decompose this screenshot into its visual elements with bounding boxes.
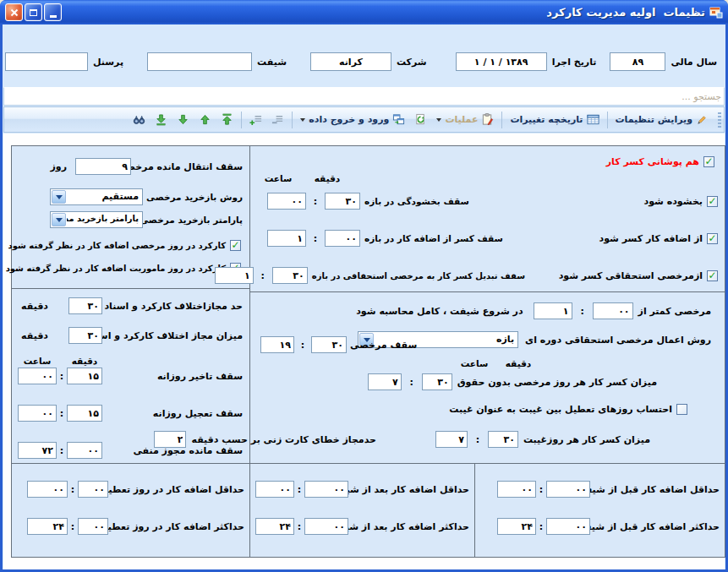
maximize-icon (30, 9, 37, 16)
refresh-button[interactable] (410, 110, 431, 130)
deduct-overtime-minute-input[interactable] (325, 230, 360, 247)
operations-button[interactable]: عملیات (432, 110, 498, 130)
absence-hour-input[interactable] (435, 431, 468, 448)
forgive-cap-label: سقف بخشودگی در بازه (364, 196, 469, 206)
max-overtime-holiday-hour-input[interactable] (27, 518, 68, 535)
run-date-input[interactable] (456, 52, 547, 71)
deduct-overtime-checkbox-label: از اضافه کار کسر شود (599, 233, 703, 244)
daily-delay-minute-input[interactable] (67, 368, 102, 384)
checkbox[interactable] (707, 270, 718, 281)
personnel-input[interactable] (5, 52, 88, 71)
checkbox[interactable] (230, 240, 241, 251)
shift-input[interactable] (147, 52, 252, 71)
min-overtime-holiday-hour-input[interactable] (27, 481, 68, 498)
max-overtime-before-minute-input[interactable] (546, 518, 590, 535)
deduct-overtime-cap-label: سقف کسر از اضافه کار در بازه (364, 233, 503, 243)
convert-deficit-label: سقف تبدیل کسر کار به مرخصی استحقاقی در ب… (312, 271, 525, 281)
min-overtime-after-minute-input[interactable] (304, 481, 348, 498)
import-export-button[interactable]: ورود و خروج داده (296, 110, 409, 130)
colon: : (536, 521, 546, 532)
minimize-button[interactable] (44, 3, 62, 21)
convert-deficit-minute-input[interactable] (272, 267, 308, 284)
arrow-down-last-icon (155, 113, 167, 126)
forgive-cap-hour-input[interactable] (267, 193, 306, 210)
deduct-overtime-hour-input[interactable] (267, 230, 306, 247)
search-input[interactable] (4, 89, 724, 104)
leave-cap-hour-input[interactable] (260, 336, 294, 353)
leave-cap-minute-input[interactable] (311, 336, 347, 353)
min-overtime-before-hour-input[interactable] (497, 481, 536, 498)
absence-minute-input[interactable] (488, 431, 518, 448)
transfer-cap-input[interactable] (75, 158, 131, 175)
max-overtime-before-hour-input[interactable] (497, 518, 536, 535)
diff-limit-label: حد مجازاختلاف کارکرد و اسناد (102, 301, 243, 312)
negative-balance-hour-input[interactable] (18, 442, 57, 459)
unpaid-leave-label: میزان کسر کار هر روز مرخصی بدون حقوق (457, 377, 657, 388)
window-frame: تظیمات اولیه مدیریت کارکرد سال مالی تاری… (0, 0, 728, 572)
short-leave-minute-input[interactable] (593, 302, 633, 319)
daily-rush-minute-input[interactable] (67, 405, 102, 422)
short-leave-row: مرخصی کمتر از : در شروع شیفت ، کامل محاس… (356, 302, 711, 319)
holiday-between-absence-checkbox-row[interactable]: احتساب روزهای تعطیل بین غیبت به عنوان غی… (449, 404, 687, 415)
colon: : (57, 445, 67, 456)
min-overtime-after-hour-input[interactable] (255, 481, 294, 498)
chevron-down-icon[interactable] (52, 213, 66, 226)
checkbox[interactable] (676, 404, 687, 415)
chevron-down-icon[interactable] (52, 190, 66, 204)
card-error-input[interactable] (154, 431, 186, 448)
max-overtime-after-row: حداکثر اضافه کار بعد از شیفت : (254, 518, 469, 535)
pencil-icon (696, 113, 709, 126)
deduct-leave-checkbox-row[interactable]: ازمرخصی استحقاقی کسر شود (525, 270, 718, 281)
min-overtime-holiday-minute-input[interactable] (78, 481, 108, 498)
daily-delay-label: سقف تاخیر روزانه (102, 371, 243, 382)
operations-label: عملیات (445, 114, 478, 125)
diff-limit-input[interactable] (68, 297, 102, 314)
daily-rush-hour-input[interactable] (18, 405, 57, 422)
checkbox[interactable] (703, 156, 714, 167)
run-date-label: تاریخ اجرا (552, 57, 597, 68)
company-input[interactable] (310, 52, 391, 71)
forgive-checkbox-row[interactable]: بخشوده شود (525, 196, 718, 207)
buyback-method-select[interactable]: مستقیم (50, 188, 143, 205)
leave-day-overtime-checkbox-row[interactable]: کارکرد در روز مرخصی اضافه کار در نظر گرف… (12, 240, 241, 251)
edit-settings-button[interactable]: ویرایش تنظیمات (611, 110, 713, 130)
search-records-button[interactable] (129, 110, 150, 130)
nav-last-button[interactable] (151, 110, 172, 130)
unpaid-leave-minute-input[interactable] (422, 373, 452, 390)
checkbox[interactable] (707, 233, 718, 244)
max-overtime-after-hour-input[interactable] (255, 518, 294, 535)
buyback-param-row: پارامتر بازخرید مرخصی پارامتر بازخرید مد (12, 211, 243, 228)
overlap-checkbox-row[interactable]: هم پوشانی کسر کار (606, 156, 714, 167)
forgive-cap-minute-input[interactable] (325, 193, 360, 210)
nav-first-button[interactable] (216, 110, 238, 130)
mission-day-overtime-label: کارکرد در روز ماموریت اضافه کار در نظر گ… (6, 264, 226, 273)
colon: : (57, 408, 67, 419)
diff-allowed-input[interactable] (68, 327, 102, 344)
toolbar-grip-icon[interactable] (718, 112, 721, 128)
nav-down-button[interactable] (172, 110, 194, 130)
colon: : (68, 521, 78, 532)
maximize-button[interactable] (25, 3, 42, 21)
convert-deficit-field: سقف تبدیل کسر کار به مرخصی استحقاقی در ب… (205, 267, 525, 284)
daily-delay-row: سقف تاخیر روزانه : (12, 368, 243, 384)
checkbox[interactable] (707, 196, 718, 207)
negative-balance-minute-input[interactable] (67, 442, 102, 459)
min-overtime-before-minute-input[interactable] (546, 481, 590, 498)
close-button[interactable] (5, 3, 23, 21)
max-overtime-holiday-minute-input[interactable] (78, 518, 108, 535)
nav-up-button[interactable] (194, 110, 216, 130)
max-overtime-after-minute-input[interactable] (304, 518, 348, 535)
fiscal-year-input[interactable] (610, 52, 665, 71)
short-leave-hour-input[interactable] (534, 302, 572, 319)
app-icon (709, 6, 723, 19)
colon: : (294, 484, 304, 495)
remove-row-button[interactable] (267, 110, 288, 130)
overtime-holiday-group: حداقل اضافه کار در روز تعطیل : حداکثر اض… (11, 463, 250, 558)
add-row-button[interactable] (245, 110, 266, 130)
change-history-button[interactable]: تاریخچه تغییرات (506, 110, 603, 130)
convert-deficit-hour-input[interactable] (215, 267, 254, 284)
deduct-overtime-checkbox-row[interactable]: از اضافه کار کسر شود (525, 233, 718, 244)
buyback-param-select[interactable]: پارامتر بازخرید مد (50, 211, 143, 228)
daily-delay-hour-input[interactable] (18, 368, 57, 384)
unpaid-leave-hour-input[interactable] (368, 373, 402, 390)
